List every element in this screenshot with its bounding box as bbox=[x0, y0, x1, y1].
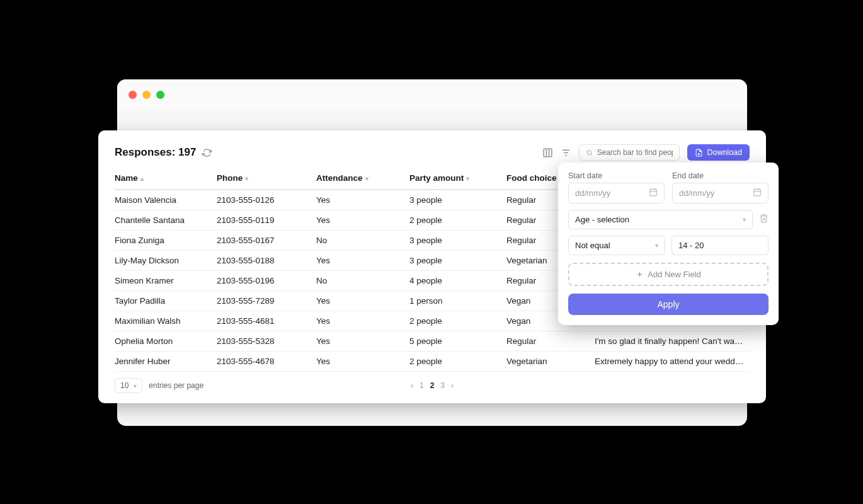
cell-name: Maison Valencia bbox=[115, 190, 217, 210]
chevron-down-icon: ▾ bbox=[655, 242, 658, 249]
cell-phone: 2103-555-4681 bbox=[217, 311, 316, 331]
traffic-lights bbox=[129, 91, 164, 99]
search-icon bbox=[586, 149, 593, 157]
columns-icon[interactable] bbox=[542, 147, 553, 158]
responses-title: Responses: 197 bbox=[115, 146, 196, 159]
calendar-icon bbox=[753, 188, 762, 198]
end-date-input[interactable]: dd/mm/yy bbox=[672, 183, 769, 203]
pager: ‹ 1 2 3 › bbox=[411, 381, 454, 390]
download-icon bbox=[695, 149, 703, 157]
sort-asc-icon: ▴ bbox=[140, 175, 144, 182]
cell-name: Lily-May Dickson bbox=[115, 251, 217, 271]
svg-rect-9 bbox=[650, 189, 657, 196]
chevron-down-icon: ▾ bbox=[134, 382, 137, 389]
title-group: Responses: 197 bbox=[115, 146, 212, 159]
sort-icon: ▾ bbox=[365, 175, 369, 182]
cell-name: Ophelia Morton bbox=[115, 331, 217, 352]
end-date-label: End date bbox=[672, 171, 769, 180]
cell-food: Regular bbox=[506, 331, 595, 352]
cell-note: Extremely happy to attend your wedding… bbox=[595, 352, 750, 372]
add-new-field-label: Add New Field bbox=[648, 270, 701, 279]
cell-food: Vegetarian bbox=[506, 352, 595, 372]
col-header-name[interactable]: Name▴ bbox=[115, 168, 217, 190]
table-row[interactable]: Ophelia Morton2103-555-5328Yes5 peopleRe… bbox=[115, 331, 750, 352]
cell-party: 2 people bbox=[409, 311, 506, 331]
pager-page-1[interactable]: 1 bbox=[420, 381, 424, 390]
filter-field-select[interactable]: Age - selection ▾ bbox=[568, 210, 753, 229]
start-date-placeholder: dd/mm/yy bbox=[575, 188, 610, 198]
cell-name: Jennifer Huber bbox=[115, 352, 217, 372]
filter-panel: Start date dd/mm/yy End date dd/mm/yy Ag… bbox=[558, 163, 779, 325]
search-input[interactable] bbox=[597, 148, 673, 157]
cell-party: 2 people bbox=[409, 352, 506, 372]
cell-attendance: Yes bbox=[316, 311, 409, 331]
cell-party: 3 people bbox=[409, 190, 506, 210]
entries-per-page-label: entries per page bbox=[149, 381, 203, 390]
cell-name: Maximilian Walsh bbox=[115, 311, 217, 331]
apply-label: Apply bbox=[657, 299, 679, 309]
panel-header: Responses: 197 Download bbox=[115, 144, 750, 161]
cell-party: 2 people bbox=[409, 210, 506, 231]
cell-phone: 2103-555-7289 bbox=[217, 291, 316, 311]
minimize-window-button[interactable] bbox=[142, 91, 151, 99]
cell-party: 3 people bbox=[409, 251, 506, 271]
svg-rect-13 bbox=[754, 189, 761, 196]
cell-party: 3 people bbox=[409, 231, 506, 251]
filter-value-input[interactable]: 14 - 20 bbox=[672, 236, 769, 255]
apply-button[interactable]: Apply bbox=[568, 294, 769, 315]
page-size-select[interactable]: 10 ▾ bbox=[115, 378, 142, 393]
search-input-wrapper[interactable] bbox=[579, 144, 680, 161]
end-date-placeholder: dd/mm/yy bbox=[679, 188, 714, 198]
cell-attendance: Yes bbox=[316, 291, 409, 311]
cell-attendance: No bbox=[316, 231, 409, 251]
responses-count: 197 bbox=[178, 146, 196, 158]
pager-next[interactable]: › bbox=[451, 381, 454, 390]
col-header-phone[interactable]: Phone▾ bbox=[217, 168, 316, 190]
close-window-button[interactable] bbox=[129, 91, 137, 99]
cell-name: Chantelle Santana bbox=[115, 210, 217, 231]
filter-condition-select[interactable]: Not equal ▾ bbox=[568, 236, 665, 255]
svg-rect-0 bbox=[544, 149, 552, 157]
col-header-attendance[interactable]: Attendance▾ bbox=[316, 168, 409, 190]
cell-phone: 2103-555-0196 bbox=[217, 271, 316, 291]
refresh-icon[interactable] bbox=[202, 148, 212, 158]
cell-attendance: Yes bbox=[316, 352, 409, 372]
plus-icon bbox=[636, 270, 644, 278]
table-row[interactable]: Jennifer Huber2103-555-4678Yes2 peopleVe… bbox=[115, 352, 750, 372]
page-size-value: 10 bbox=[120, 381, 129, 390]
filter-field-value: Age - selection bbox=[575, 215, 629, 224]
delete-filter-icon[interactable] bbox=[759, 214, 769, 226]
start-date-label: Start date bbox=[568, 171, 665, 180]
download-label: Download bbox=[707, 148, 742, 157]
start-date-input[interactable]: dd/mm/yy bbox=[568, 183, 665, 203]
cell-name: Simeon Kramer bbox=[115, 271, 217, 291]
pager-prev[interactable]: ‹ bbox=[411, 381, 413, 390]
cell-name: Taylor Padilla bbox=[115, 291, 217, 311]
cell-party: 1 person bbox=[409, 291, 506, 311]
cell-name: Fiona Zuniga bbox=[115, 231, 217, 251]
sort-icon: ▾ bbox=[245, 175, 248, 182]
cell-phone: 2103-555-0119 bbox=[217, 210, 316, 231]
sort-icon: ▾ bbox=[466, 175, 469, 182]
svg-point-6 bbox=[587, 150, 592, 154]
col-header-party[interactable]: Party amount▾ bbox=[409, 168, 506, 190]
filter-condition-value: Not equal bbox=[575, 241, 610, 250]
svg-line-7 bbox=[591, 154, 592, 155]
cell-attendance: Yes bbox=[316, 331, 409, 352]
cell-phone: 2103-555-4678 bbox=[217, 352, 316, 372]
maximize-window-button[interactable] bbox=[156, 91, 164, 99]
chevron-down-icon: ▾ bbox=[743, 216, 746, 223]
cell-phone: 2103-555-5328 bbox=[217, 331, 316, 352]
cell-phone: 2103-555-0167 bbox=[217, 231, 316, 251]
cell-attendance: Yes bbox=[316, 251, 409, 271]
add-new-field-button[interactable]: Add New Field bbox=[568, 263, 769, 286]
cell-attendance: Yes bbox=[316, 190, 409, 210]
cell-attendance: No bbox=[316, 271, 409, 291]
pager-page-2[interactable]: 2 bbox=[430, 381, 435, 390]
table-footer: 10 ▾ entries per page ‹ 1 2 3 › bbox=[115, 378, 750, 393]
filter-icon[interactable] bbox=[561, 147, 571, 158]
cell-party: 5 people bbox=[409, 331, 506, 352]
pager-page-3[interactable]: 3 bbox=[440, 381, 445, 390]
cell-attendance: Yes bbox=[316, 210, 409, 231]
download-button[interactable]: Download bbox=[687, 144, 750, 161]
